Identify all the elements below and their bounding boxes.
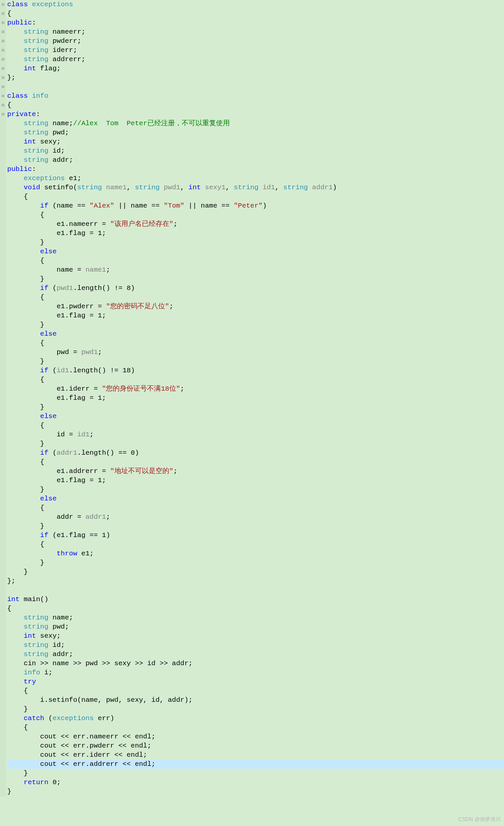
code-line[interactable]: } [7,439,504,449]
code-line[interactable]: cout << err.pwderr << endl; [7,741,504,751]
code-line[interactable]: cin >> name >> pwd >> sexy >> id >> addr… [7,659,504,668]
code-line[interactable]: if (e1.flag == 1) [7,531,504,540]
code-line[interactable]: info i; [7,668,504,677]
code-line[interactable]: e1.nameerr = "该用户名已经存在"; [7,220,504,229]
code-line[interactable]: } [7,705,504,714]
code-line[interactable]: string name;//Alex Tom Peter已经注册，不可以重复使用 [7,119,504,128]
code-line[interactable]: { [7,192,504,201]
code-line[interactable]: string pwd; [7,128,504,137]
code-line[interactable]: string pwderr; [7,37,504,46]
fold-gutter: ⊟⊟⊟⊟⊟⊟⊟⊟⊟⊟⊟⊟⊟ [0,0,6,796]
code-line[interactable]: id = id1; [7,430,504,439]
code-line[interactable]: { [7,9,504,18]
code-line[interactable]: name = name1; [7,266,504,275]
code-line[interactable]: } [7,522,504,531]
code-line[interactable]: return 0; [7,778,504,787]
code-line[interactable]: else [7,330,504,339]
code-line[interactable]: if (pwd1.length() != 8) [7,284,504,293]
code-line[interactable]: else [7,247,504,256]
code-line[interactable]: string iderr; [7,46,504,55]
code-token: return [23,779,48,786]
code-line[interactable]: int sexy; [7,632,504,641]
code-line[interactable]: } [7,357,504,366]
code-line[interactable]: string id; [7,146,504,156]
code-line[interactable]: if (name == "Alex" || name == "Tom" || n… [7,201,504,211]
code-line[interactable]: string addr; [7,650,504,659]
code-line[interactable]: }; [7,73,504,82]
code-line[interactable]: e1.flag = 1; [7,311,504,320]
code-token: { [7,101,11,109]
code-line[interactable]: else [7,494,504,504]
fold-marker: ⊟ [0,9,6,18]
code-line[interactable]: { [7,604,504,613]
code-line[interactable]: if (id1.length() != 18) [7,366,504,375]
code-line[interactable]: i.setinfo(name, pwd, sexy, id, addr); [7,696,504,705]
code-line[interactable]: } [7,485,504,494]
code-line[interactable]: cout << err.iderr << endl; [7,751,504,760]
code-line[interactable]: { [7,339,504,348]
code-token: "该用户名已经存在" [110,220,173,228]
code-line[interactable]: if (addr1.length() == 0) [7,449,504,458]
code-line[interactable]: { [7,101,504,110]
code-line[interactable]: exceptions e1; [7,174,504,183]
code-line[interactable]: } [7,403,504,412]
code-line[interactable]: public: [7,18,504,27]
code-token: int [23,65,36,72]
code-line[interactable]: { [7,211,504,220]
code-line[interactable]: }; [7,577,504,586]
code-line[interactable]: e1.iderr = "您的身份证号不满18位"; [7,385,504,394]
code-line[interactable]: } [7,568,504,577]
code-line[interactable]: cout << err.nameerr << endl; [7,732,504,741]
code-line[interactable]: { [7,375,504,385]
code-line[interactable]: e1.flag = 1; [7,394,504,403]
code-line[interactable]: e1.addrerr = "地址不可以是空的"; [7,467,504,476]
code-token: (name == [48,202,89,210]
code-line[interactable]: string pwd; [7,623,504,632]
code-line[interactable]: string id; [7,641,504,650]
code-line[interactable]: e1.flag = 1; [7,476,504,485]
code-line[interactable]: private: [7,110,504,119]
code-line[interactable]: string addr; [7,156,504,165]
code-line[interactable]: { [7,723,504,732]
code-line[interactable]: class info [7,92,504,101]
code-line[interactable]: { [7,458,504,467]
code-line[interactable]: try [7,677,504,687]
code-line[interactable]: } [7,787,504,796]
code-line[interactable]: catch (exceptions err) [7,714,504,723]
code-line[interactable]: { [7,293,504,302]
code-line[interactable]: } [7,275,504,284]
code-line[interactable]: { [7,687,504,696]
code-line[interactable]: class exceptions [7,0,504,9]
code-line[interactable]: { [7,504,504,513]
code-line[interactable]: pwd = pwd1; [7,348,504,357]
code-line[interactable]: { [7,540,504,549]
code-line[interactable]: { [7,256,504,266]
code-line[interactable]: e1.pwderr = "您的密码不足八位"; [7,302,504,311]
code-line[interactable]: string addrerr; [7,55,504,64]
code-line[interactable]: cout << err.addrerr << endl; [7,760,504,769]
code-line[interactable]: } [7,769,504,778]
code-line[interactable]: int flag; [7,64,504,73]
code-line[interactable]: int sexy; [7,137,504,146]
code-token: cout << err.pwderr << endl; [7,742,151,750]
code-line[interactable]: { [7,421,504,430]
code-line[interactable]: public: [7,165,504,174]
code-line[interactable]: void setinfo(string name1, string pwd1, … [7,183,504,192]
code-area[interactable]: class exceptions{public: string nameerr;… [6,0,504,796]
code-line[interactable]: else [7,412,504,421]
code-token: flag; [36,65,61,72]
code-token: { [7,376,44,384]
code-token: } [7,705,28,713]
code-token [7,129,23,136]
code-line[interactable]: string name; [7,613,504,623]
code-line[interactable]: addr = addr1; [7,513,504,522]
code-line[interactable] [7,82,504,92]
code-line[interactable]: } [7,320,504,330]
code-line[interactable]: } [7,558,504,568]
code-line[interactable]: int main() [7,595,504,604]
code-line[interactable]: } [7,238,504,247]
code-line[interactable]: throw e1; [7,549,504,558]
code-line[interactable]: string nameerr; [7,27,504,37]
code-line[interactable] [7,586,504,595]
code-line[interactable]: e1.flag = 1; [7,229,504,238]
